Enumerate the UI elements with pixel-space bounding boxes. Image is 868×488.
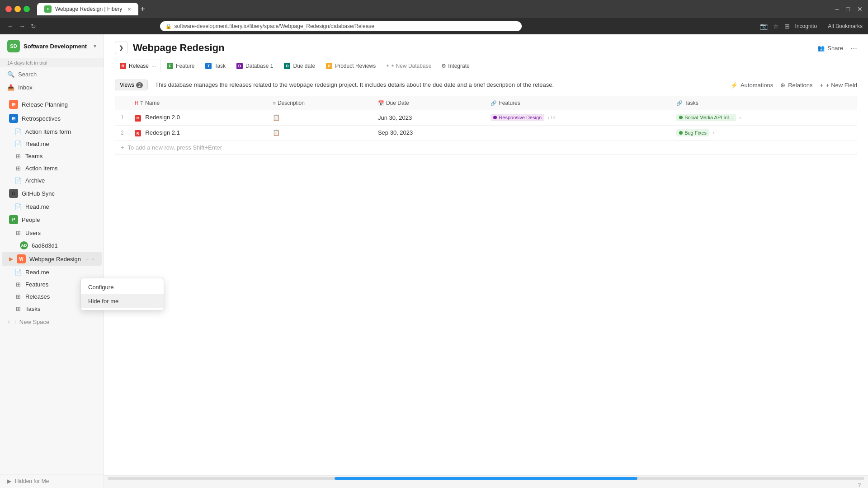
sidebar-item-teams[interactable]: ⊞ Teams <box>2 150 102 162</box>
row-1-tasks[interactable]: Social Media API Int... › <box>671 110 857 126</box>
workspace-header[interactable]: SD Software Development ▾ <box>0 34 104 58</box>
webpage-add-btn[interactable]: + <box>92 256 94 262</box>
row-1-feature-tag: Responsive Design <box>491 114 544 121</box>
new-space-button[interactable]: + + New Space <box>0 315 104 329</box>
content-description: This database manages the releases relat… <box>155 80 723 89</box>
refresh-button[interactable]: ↻ <box>29 21 38 32</box>
github-sync-icon: G <box>9 189 18 198</box>
tab-product-reviews[interactable]: P Product Reviews <box>321 60 381 72</box>
forward-button[interactable]: → <box>17 21 27 32</box>
release-tab-more[interactable]: ··· <box>151 63 156 69</box>
context-menu-hide-for-me[interactable]: Hide for me <box>81 294 164 308</box>
sidebar-item-action-items[interactable]: ⊞ Action Items <box>2 162 102 174</box>
add-row-hint[interactable]: + To add a new row, press Shift+Enter <box>115 141 857 155</box>
page-title: Webpage Redesign <box>133 42 812 54</box>
help-button[interactable]: ? <box>858 482 861 488</box>
sidebar-label-teams: Teams <box>25 153 42 160</box>
sidebar-label-users: Users <box>25 230 41 236</box>
sidebar-item-retrospectives[interactable]: ⊞ Retrospectives <box>2 112 102 125</box>
back-button[interactable]: ← <box>5 21 15 32</box>
webpage-more-btn[interactable]: ··· <box>85 256 90 262</box>
sidebar-item-people[interactable]: P People <box>2 213 102 226</box>
horizontal-scrollbar[interactable] <box>104 475 868 481</box>
col-header-due-date: 📅 Due Date <box>373 96 485 110</box>
relations-button[interactable]: ⊕ Relations <box>780 82 812 89</box>
tab-database-1[interactable]: D Database 1 <box>231 60 278 72</box>
new-tab-button[interactable]: + <box>140 5 145 14</box>
win-maximize-icon[interactable]: □ <box>846 5 850 13</box>
tasks-expand-arrow[interactable]: › <box>739 115 741 120</box>
tab-bar: F Webpage Redesign | Fibery ✕ + <box>37 3 832 15</box>
window-minimize-btn[interactable] <box>14 6 21 12</box>
inbox-nav-item[interactable]: 📥 Inbox <box>0 81 104 94</box>
browser-action-buttons: 📷 ☆ ⊞ Incognito All Bookmarks <box>760 23 863 30</box>
layout-icon[interactable]: ⊞ <box>784 23 790 30</box>
tab-due-date[interactable]: D Due date <box>279 60 320 72</box>
row-2-name[interactable]: R Redesign 2.1 <box>129 125 268 141</box>
table-header-row: R T Name ≡ Description <box>115 96 857 110</box>
search-nav-item[interactable]: 🔍 Search <box>0 67 104 81</box>
col-row-num <box>115 96 129 110</box>
tab-task[interactable]: T Task <box>200 60 231 72</box>
sidebar-item-users[interactable]: ⊞ Users <box>2 227 102 239</box>
row-2-features[interactable] <box>485 125 671 141</box>
win-minimize-icon[interactable]: – <box>835 5 839 13</box>
sidebar-item-webpage-redesign[interactable]: ▶ W Webpage Redesign ··· + <box>2 252 102 266</box>
sidebar-item-release-planning[interactable]: ⊞ Release Planning <box>2 98 102 111</box>
sidebar-label-webpage-redesign: Webpage Redesign <box>29 256 81 263</box>
url-text: software-development.fibery.io/fibery/sp… <box>175 23 375 29</box>
window-maximize-btn[interactable] <box>24 6 30 12</box>
win-close-icon[interactable]: ✕ <box>857 5 863 13</box>
database1-tab-label: Database 1 <box>245 63 273 69</box>
tab-release[interactable]: R Release ··· <box>115 60 161 72</box>
bottom-bar: ? <box>104 481 868 488</box>
row-1-features[interactable]: Responsive Design › In <box>485 110 671 126</box>
share-button[interactable]: 👥 Share <box>817 45 843 52</box>
sidebar-item-readme-retro[interactable]: 📄 Read.me <box>2 138 102 150</box>
task-tab-label: Task <box>214 63 226 69</box>
sidebar-item-archive[interactable]: 📄 Archive <box>2 174 102 186</box>
sidebar-item-webpage-actions: ··· + <box>85 256 94 262</box>
row-1-name[interactable]: R Redesign 2.0 <box>129 110 268 126</box>
active-browser-tab[interactable]: F Webpage Redesign | Fibery ✕ <box>37 3 138 15</box>
workspace-chevron-icon[interactable]: ▾ <box>94 43 96 49</box>
row-2-description[interactable]: 📋 <box>267 125 372 141</box>
hidden-for-me-section[interactable]: ▶ Hidden for Me <box>0 474 104 488</box>
people-icon: P <box>9 215 18 224</box>
sidebar-item-user-avatar[interactable]: AD 6ad8d3d1 <box>2 239 102 252</box>
col-header-tasks: 🔗 Tasks <box>671 96 857 110</box>
archive-icon: 📄 <box>14 177 22 184</box>
scrollbar-thumb[interactable] <box>335 477 637 480</box>
col-header-description: ≡ Description <box>267 96 372 110</box>
tab-feature[interactable]: F Feature <box>162 60 199 72</box>
row-2-tasks[interactable]: Bug Fixes › <box>671 125 857 141</box>
release-planning-icon: ⊞ <box>9 100 18 109</box>
integrate-button[interactable]: ⚙ Integrate <box>437 60 474 72</box>
add-database-button[interactable]: + + New Database <box>382 60 436 72</box>
page-expand-button[interactable]: ❯ <box>115 42 127 54</box>
window-close-btn[interactable] <box>5 6 12 12</box>
sidebar-label-archive: Archive <box>25 177 45 184</box>
page-more-button[interactable]: ··· <box>850 43 857 53</box>
sidebar-label-tasks: Tasks <box>25 305 40 312</box>
features-expand-arrow[interactable]: › <box>548 115 550 120</box>
new-field-button[interactable]: + + New Field <box>820 82 857 89</box>
sidebar-item-readme-github[interactable]: 📄 Read.me <box>2 201 102 212</box>
tasks-2-expand-arrow[interactable]: › <box>713 130 715 136</box>
bookmark-icon[interactable]: ☆ <box>773 23 779 30</box>
automations-button[interactable]: ⚡ Automations <box>731 82 773 89</box>
sidebar-item-readme[interactable]: 📄 Read.me <box>2 266 102 278</box>
row-1-description[interactable]: 📋 <box>267 110 372 126</box>
sidebar-label-people: People <box>22 216 40 223</box>
main-content: ❯ Webpage Redesign 👥 Share ··· R Release… <box>104 34 868 488</box>
col-header-name: R T Name <box>129 96 268 110</box>
tab-close-btn[interactable]: ✕ <box>127 7 131 12</box>
data-table-wrapper: R T Name ≡ Description <box>115 96 857 155</box>
sidebar-item-action-items-form[interactable]: 📄 Action Items form <box>2 126 102 137</box>
table-row: 2 R Redesign 2.1 📋 Sep 30, 2023 <box>115 125 857 141</box>
context-menu-configure[interactable]: Configure <box>81 280 164 294</box>
window-action-controls: – □ ✕ <box>835 5 863 13</box>
views-button[interactable]: Views 2 <box>115 80 148 90</box>
sidebar-item-github-sync[interactable]: G GitHub Sync <box>2 187 102 200</box>
url-bar[interactable]: 🔒 software-development.fibery.io/fibery/… <box>160 21 522 31</box>
